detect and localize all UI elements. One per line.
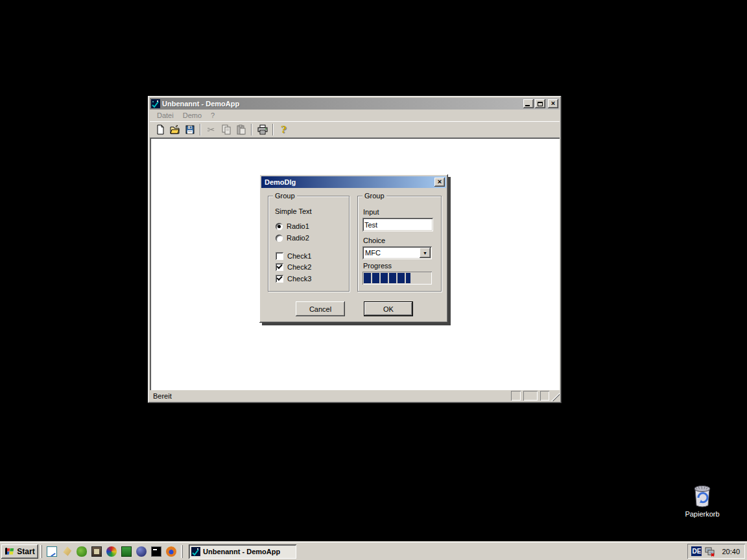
- combobox-dropdown-button[interactable]: ▼: [420, 248, 431, 258]
- help-question-icon: ?: [281, 124, 287, 135]
- choice-value: MFC: [362, 249, 420, 257]
- dialog-close-button[interactable]: ×: [434, 178, 445, 187]
- taskbar-grip[interactable]: [181, 545, 183, 558]
- radio-unselected-icon[interactable]: [276, 235, 283, 242]
- toolbar-separator: [251, 124, 252, 135]
- minimize-icon: [525, 105, 530, 106]
- radio2-label: Radio2: [287, 234, 309, 242]
- right-group-label: Group: [362, 192, 386, 200]
- app-icon[interactable]: [151, 99, 160, 108]
- app-titlebar[interactable]: Unbenannt - DemoApp ×: [150, 98, 560, 110]
- firefox-icon[interactable]: [166, 546, 176, 557]
- check2-option[interactable]: Check2: [276, 263, 311, 271]
- progress-label: Progress: [363, 262, 392, 270]
- globe-icon[interactable]: [136, 546, 147, 557]
- checkbox-checked-icon[interactable]: [276, 275, 283, 283]
- progress-fill: [364, 273, 410, 283]
- pen-notes-icon[interactable]: [62, 546, 72, 557]
- clock: 20:40: [719, 548, 740, 555]
- save-file-button[interactable]: [182, 122, 197, 137]
- input-field[interactable]: [362, 218, 433, 231]
- radio2-option[interactable]: Radio2: [276, 234, 309, 242]
- radio1-label: Radio1: [287, 222, 309, 230]
- checkbox-checked-icon[interactable]: [276, 263, 283, 271]
- chevron-down-icon: ▼: [423, 251, 427, 255]
- input-label: Input: [363, 208, 379, 216]
- left-groupbox: Group Simple Text Radio1 Radio2 Check1 C…: [268, 196, 350, 292]
- simple-text-label: Simple Text: [275, 207, 312, 215]
- ok-button[interactable]: OK: [364, 301, 413, 316]
- save-floppy-icon: [185, 124, 195, 135]
- demo-dialog: DemoDlg × Group Simple Text Radio1 Radio…: [259, 174, 448, 323]
- check1-label: Check1: [287, 252, 311, 260]
- system-tray: DE 20:40: [687, 544, 745, 559]
- command-prompt-icon[interactable]: [151, 546, 161, 557]
- status-text: Bereit: [153, 392, 172, 400]
- new-file-button[interactable]: [152, 122, 167, 137]
- task-button-label: Unbenannt - DemoApp: [203, 548, 280, 555]
- help-button[interactable]: ?: [276, 122, 291, 137]
- window-title: Unbenannt - DemoApp: [162, 100, 523, 108]
- minimize-button[interactable]: [523, 99, 534, 108]
- cancel-button[interactable]: Cancel: [296, 301, 345, 316]
- recycle-bin-label: Papierkorb: [685, 510, 719, 518]
- copy-button[interactable]: [219, 122, 233, 137]
- checkbox-unchecked-icon[interactable]: [276, 252, 283, 260]
- cut-button[interactable]: ✂: [204, 122, 219, 137]
- menu-item-datei[interactable]: Datei: [152, 110, 178, 121]
- toolbar: ✂: [150, 121, 560, 137]
- toolbar-separator: [272, 124, 274, 135]
- status-pane-1: [511, 391, 521, 401]
- task-button-demoapp[interactable]: Unbenannt - DemoApp: [189, 544, 296, 559]
- recycle-bin-icon[interactable]: [691, 484, 714, 508]
- status-pane-2: [523, 391, 538, 401]
- status-pane-3: [540, 391, 549, 401]
- copy-pages-icon: [221, 124, 231, 135]
- radio1-option[interactable]: Radio1: [276, 222, 309, 230]
- left-group-label: Group: [273, 192, 297, 200]
- resize-grip[interactable]: [551, 393, 560, 401]
- maximize-icon: [538, 102, 543, 106]
- cut-scissors-icon: ✂: [208, 124, 215, 135]
- progress-bar: [362, 272, 432, 285]
- show-desktop-icon[interactable]: [47, 546, 57, 557]
- open-file-button[interactable]: [167, 122, 182, 137]
- print-button[interactable]: [255, 122, 270, 137]
- windows-logo-icon: [5, 547, 15, 556]
- taskbar: Start Unbenannt - DemoApp DE: [0, 542, 747, 560]
- app-icon: [191, 547, 200, 556]
- dialog-title: DemoDlg: [265, 178, 434, 186]
- start-button[interactable]: Start: [1, 544, 38, 559]
- check3-option[interactable]: Check3: [276, 275, 311, 283]
- radio-selected-icon[interactable]: [276, 223, 283, 230]
- network-status-icon[interactable]: [705, 546, 716, 557]
- media-player-icon[interactable]: [106, 546, 117, 557]
- check3-label: Check3: [287, 275, 311, 283]
- address-book-icon[interactable]: [91, 546, 102, 557]
- toolbar-separator: [200, 124, 201, 135]
- choice-combobox[interactable]: MFC ▼: [362, 246, 432, 259]
- menu-item-demo[interactable]: Demo: [178, 110, 206, 121]
- paste-clipboard-icon: [236, 124, 246, 135]
- close-icon: ×: [438, 178, 442, 185]
- menu-bar: Datei Demo ?: [150, 110, 560, 121]
- paste-button[interactable]: [233, 122, 248, 137]
- check1-option[interactable]: Check1: [276, 252, 311, 260]
- open-folder-icon: [170, 124, 180, 135]
- green-creature-icon[interactable]: [77, 546, 87, 557]
- check2-label: Check2: [287, 263, 311, 271]
- choice-label: Choice: [363, 237, 385, 244]
- menu-item-help[interactable]: ?: [206, 110, 219, 121]
- maximize-button[interactable]: [535, 99, 545, 108]
- new-file-icon: [155, 124, 165, 135]
- quick-launch-bar: [44, 546, 179, 557]
- start-label: Start: [17, 547, 34, 556]
- dialog-titlebar[interactable]: DemoDlg ×: [261, 176, 446, 188]
- recycle-bin-icon-group[interactable]: Papierkorb: [680, 484, 725, 518]
- language-indicator[interactable]: DE: [691, 546, 702, 556]
- close-button[interactable]: ×: [548, 99, 558, 108]
- taskbar-grip[interactable]: [40, 545, 42, 558]
- status-text-pane: Bereit: [150, 391, 508, 401]
- desktop: Unbenannt - DemoApp × Datei Demo ?: [0, 0, 747, 560]
- green-tool-icon[interactable]: [121, 546, 132, 557]
